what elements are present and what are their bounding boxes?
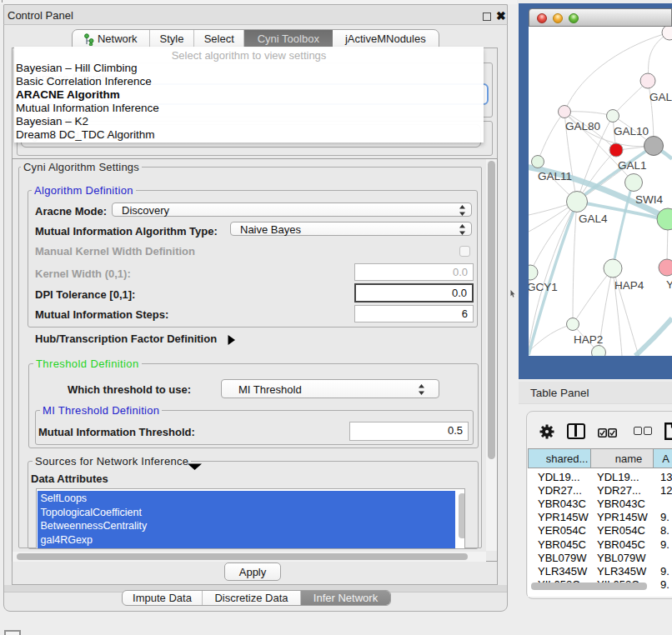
svg-text:SWI4: SWI4 (635, 193, 663, 206)
svg-text:GAL7: GAL7 (649, 91, 672, 103)
svg-text:GCY1: GCY1 (529, 281, 558, 293)
svg-text:GAL11: GAL11 (538, 170, 572, 182)
svg-text:GAL80: GAL80 (565, 120, 600, 132)
svg-text:GAL4: GAL4 (579, 212, 608, 225)
svg-text:GAL1: GAL1 (618, 159, 647, 172)
svg-text:HAP2: HAP2 (574, 333, 603, 346)
svg-text:GAL10: GAL10 (614, 125, 649, 138)
svg-text:HAP4: HAP4 (614, 279, 644, 292)
svg-text:Y: Y (666, 278, 672, 291)
